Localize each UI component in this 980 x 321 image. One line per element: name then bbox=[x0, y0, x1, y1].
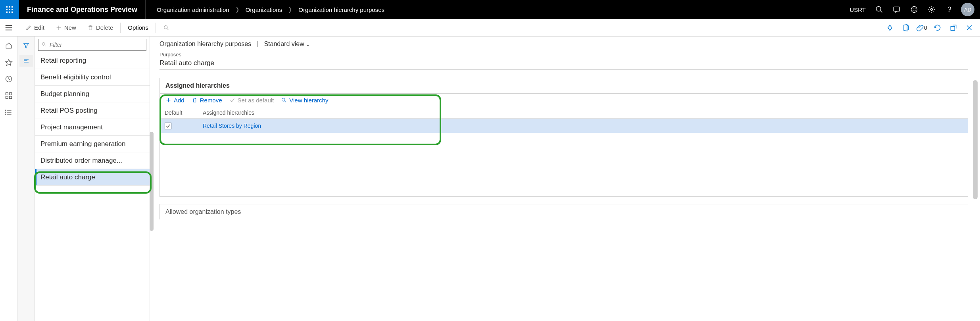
hamburger-icon bbox=[4, 23, 13, 32]
purposes-field-value[interactable]: Retail auto charge bbox=[159, 58, 968, 70]
list-item[interactable]: Premium earning generation bbox=[35, 136, 150, 152]
star-icon bbox=[5, 58, 13, 66]
set-default-button: Set as default bbox=[229, 97, 274, 104]
svg-line-23 bbox=[167, 28, 169, 30]
list-item[interactable]: Retail auto charge bbox=[35, 169, 150, 186]
list-item[interactable]: Retail POS posting bbox=[35, 102, 150, 119]
svg-rect-28 bbox=[6, 93, 8, 95]
breadcrumb-item[interactable]: Organizations bbox=[246, 6, 282, 13]
view-selector[interactable]: Standard view ⌄ bbox=[264, 40, 310, 48]
search-icon bbox=[875, 6, 883, 13]
svg-point-35 bbox=[5, 110, 6, 111]
main-content: Organization hierarchy purposes | Standa… bbox=[150, 37, 980, 321]
edit-button[interactable]: Edit bbox=[20, 19, 50, 37]
options-button[interactable]: Options bbox=[122, 19, 154, 37]
refresh-button[interactable] bbox=[931, 21, 944, 35]
column-header-assigned[interactable]: Assigned hierarchies bbox=[198, 107, 968, 118]
svg-rect-4 bbox=[9, 9, 10, 10]
app-launcher-button[interactable] bbox=[0, 0, 19, 19]
attachments-button[interactable]: 0 bbox=[915, 21, 928, 35]
svg-line-46 bbox=[284, 101, 286, 102]
office-button[interactable] bbox=[899, 21, 913, 35]
list-item[interactable]: Retail reporting bbox=[35, 52, 150, 69]
add-button[interactable]: Add bbox=[165, 97, 184, 104]
scrollbar[interactable] bbox=[973, 80, 978, 199]
company-code[interactable]: USRT bbox=[845, 6, 870, 13]
search-icon bbox=[163, 25, 169, 31]
settings-button[interactable] bbox=[923, 0, 940, 19]
chevron-right-icon: ❭ bbox=[288, 6, 293, 13]
office-icon bbox=[902, 24, 910, 32]
top-navigation-bar: Finance and Operations Preview Organizat… bbox=[0, 0, 980, 19]
modules-button[interactable] bbox=[2, 106, 15, 118]
paperclip-icon bbox=[916, 24, 924, 32]
view-hierarchy-button[interactable]: View hierarchy bbox=[281, 97, 328, 104]
list-item[interactable]: Benefit eligibility control bbox=[35, 69, 150, 86]
home-button[interactable] bbox=[2, 40, 15, 52]
action-bar: Edit New Delete Options 0 bbox=[0, 19, 980, 37]
svg-rect-30 bbox=[6, 96, 8, 99]
workspaces-button[interactable] bbox=[2, 90, 15, 102]
svg-rect-31 bbox=[9, 96, 12, 99]
svg-point-22 bbox=[164, 25, 167, 29]
clock-icon bbox=[5, 75, 13, 83]
user-avatar[interactable]: AD bbox=[961, 3, 974, 16]
hierarchy-link[interactable]: Retail Stores by Region bbox=[198, 123, 968, 129]
svg-rect-0 bbox=[6, 6, 8, 8]
filter-rail bbox=[17, 37, 35, 321]
svg-line-10 bbox=[880, 11, 882, 13]
funnel-icon bbox=[23, 42, 30, 49]
gear-icon bbox=[928, 6, 936, 13]
messages-button[interactable] bbox=[888, 0, 905, 19]
breadcrumb-item[interactable]: Organization hierarchy purposes bbox=[298, 6, 384, 13]
svg-rect-11 bbox=[894, 7, 900, 11]
new-button[interactable]: New bbox=[50, 19, 82, 37]
svg-rect-2 bbox=[12, 6, 13, 8]
breadcrumb: Organization administration ❭ Organizati… bbox=[146, 6, 396, 13]
breadcrumb-item[interactable]: Organization administration bbox=[157, 6, 229, 13]
list-item[interactable]: Distributed order manage... bbox=[35, 152, 150, 169]
allowed-org-types-panel-title: Allowed organization types bbox=[159, 204, 968, 219]
filter-pane-button[interactable] bbox=[19, 40, 33, 52]
filter-icon bbox=[41, 42, 47, 47]
plus-icon bbox=[165, 97, 171, 103]
svg-point-36 bbox=[5, 112, 6, 113]
recent-button[interactable] bbox=[2, 73, 15, 85]
navigation-toggle[interactable] bbox=[0, 19, 17, 37]
purposes-field-label: Purposes bbox=[159, 52, 968, 58]
help-button[interactable] bbox=[940, 0, 958, 19]
popout-button[interactable] bbox=[947, 21, 960, 35]
assigned-hierarchies-panel: Assigned hierarchies Add Remove Set as d… bbox=[159, 78, 968, 197]
chevron-down-icon: ⌄ bbox=[306, 42, 310, 47]
filter-input[interactable] bbox=[38, 39, 146, 51]
find-button[interactable] bbox=[158, 19, 175, 37]
svg-rect-7 bbox=[9, 12, 10, 13]
smile-icon bbox=[910, 6, 918, 13]
check-icon bbox=[165, 123, 171, 129]
column-header-default[interactable]: Default bbox=[160, 107, 198, 118]
svg-rect-29 bbox=[9, 93, 12, 95]
related-info-button[interactable] bbox=[19, 55, 33, 67]
chevron-right-icon: ❭ bbox=[235, 6, 240, 13]
remove-button[interactable]: Remove bbox=[192, 97, 222, 104]
svg-point-37 bbox=[5, 114, 6, 115]
plus-icon bbox=[56, 25, 62, 31]
close-button[interactable] bbox=[963, 21, 976, 35]
svg-point-13 bbox=[913, 9, 913, 9]
feedback-button[interactable] bbox=[905, 0, 923, 19]
search-button[interactable] bbox=[870, 0, 888, 19]
svg-point-16 bbox=[949, 12, 949, 12]
svg-point-41 bbox=[42, 42, 45, 45]
personalize-button[interactable] bbox=[883, 21, 897, 35]
svg-point-15 bbox=[931, 9, 933, 11]
list-item[interactable]: Project management bbox=[35, 119, 150, 136]
default-checkbox[interactable] bbox=[165, 123, 171, 129]
list-item[interactable]: Budget planning bbox=[35, 86, 150, 102]
svg-point-14 bbox=[915, 9, 915, 9]
grid-icon bbox=[5, 92, 13, 100]
delete-button[interactable]: Delete bbox=[82, 19, 119, 37]
table-row[interactable]: Retail Stores by Region bbox=[160, 119, 968, 133]
home-icon bbox=[5, 42, 13, 50]
diamond-icon bbox=[886, 24, 894, 32]
favorites-button[interactable] bbox=[2, 56, 15, 68]
